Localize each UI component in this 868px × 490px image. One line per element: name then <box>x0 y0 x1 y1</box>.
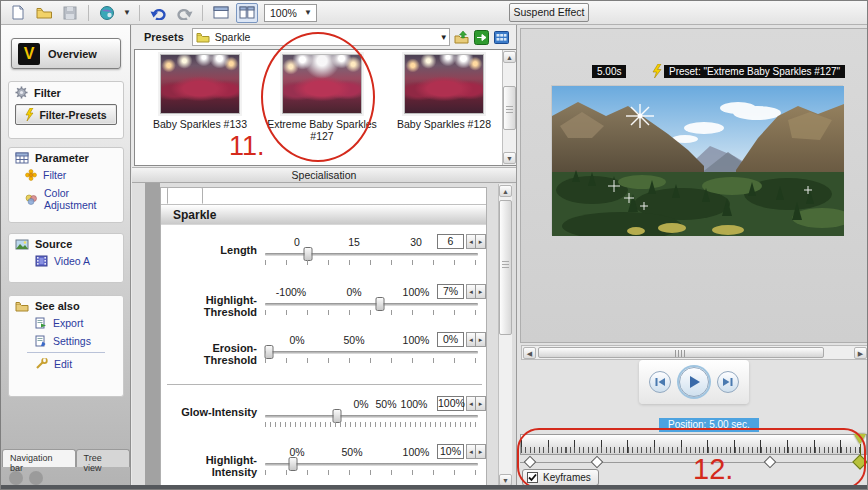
sidebar-item-color-adjustment[interactable]: Color Adjustment <box>9 184 123 214</box>
slider-value-input[interactable]: 0% <box>437 332 464 347</box>
film-icon <box>35 255 48 267</box>
play-button[interactable] <box>679 367 709 397</box>
filter-presets-button[interactable]: Filter-Presets <box>15 104 117 125</box>
scrollbar-thumb[interactable] <box>499 200 512 335</box>
scale-tick-label: 50% <box>341 446 362 458</box>
tab-navigation-bar[interactable]: Navigation bar <box>2 449 76 467</box>
parameter-section: Parameter Filter Color Adjustment <box>8 147 124 223</box>
scroll-up-icon[interactable]: ▲ <box>503 51 516 63</box>
scroll-up-icon[interactable]: ▲ <box>499 185 512 197</box>
preset-item[interactable]: Baby Sparkles #128 <box>385 54 503 130</box>
parameter-scrollbar[interactable]: ▲ ▼ <box>498 184 512 487</box>
slider-track[interactable] <box>265 351 478 354</box>
folder-up-icon <box>454 31 469 44</box>
preset-thumbnail[interactable] <box>404 54 484 114</box>
preset-overlay: Preset: "Extreme Baby Sparkles #127" <box>664 65 845 78</box>
nav-dot-button[interactable] <box>9 471 23 485</box>
timecode-overlay: 5.00s <box>592 65 626 78</box>
open-file-button[interactable] <box>33 3 55 23</box>
scrollbar-thumb[interactable] <box>538 347 824 358</box>
slider-thumb[interactable] <box>288 457 297 471</box>
source-header-label: Source <box>35 238 72 250</box>
layout-split-button[interactable] <box>236 3 258 23</box>
sidebar-item-settings[interactable]: Settings <box>9 332 123 350</box>
overview-button[interactable]: V Overview <box>11 38 121 69</box>
scroll-down-icon[interactable]: ▼ <box>503 152 516 164</box>
previous-frame-button[interactable] <box>649 371 671 393</box>
next-frame-button[interactable] <box>717 371 739 393</box>
scroll-left-icon[interactable]: ◀ <box>523 347 536 359</box>
effect-menu-button[interactable] <box>96 3 118 23</box>
slider-thumb[interactable] <box>303 247 312 261</box>
slider-label: Length <box>161 244 257 256</box>
slider-thumb[interactable] <box>333 409 342 423</box>
spinner-buttons[interactable]: ◂▸ <box>466 284 486 299</box>
app-window: ▼ 100% ▼ Suspend Effect V Overview Filte… <box>0 0 868 490</box>
flower-icon <box>25 169 37 181</box>
slider-track[interactable] <box>265 253 478 256</box>
undo-button[interactable] <box>147 3 169 23</box>
scale-tick-label: 0% <box>353 398 368 410</box>
slider-value-input[interactable]: 6 <box>437 234 464 249</box>
preset-thumbnail[interactable] <box>160 54 240 114</box>
parameter-section-header: Parameter <box>9 148 123 166</box>
preset-name: Baby Sparkles #128 <box>385 118 503 130</box>
slider-track[interactable] <box>265 463 478 466</box>
preview-horizontal-scrollbar[interactable]: ◀ ▶ <box>521 345 868 360</box>
layout-single-button[interactable] <box>210 3 232 23</box>
sidebar-item-label: Video A <box>54 255 90 267</box>
zoom-select[interactable]: 100% ▼ <box>264 4 317 22</box>
sidebar-item-filter[interactable]: Filter <box>9 166 123 184</box>
zoom-value: 100% <box>270 7 297 19</box>
save-button[interactable] <box>59 3 81 23</box>
effect-card-tab[interactable] <box>167 187 203 204</box>
nav-dot-button[interactable] <box>29 471 43 485</box>
timeline-ruler[interactable] <box>520 434 867 455</box>
scrollbar-thumb[interactable] <box>503 86 516 130</box>
slider-thumb[interactable] <box>265 345 274 359</box>
preset-item-selected[interactable]: Extreme Baby Sparkles #127 <box>263 54 381 142</box>
slider-value-input[interactable]: 7% <box>437 284 464 299</box>
keyframe-diamond[interactable] <box>524 456 537 469</box>
sidebar-item-edit[interactable]: Edit <box>9 355 123 373</box>
view-mode-button[interactable] <box>493 28 510 46</box>
slider-value-input[interactable]: 10% <box>437 444 464 459</box>
spinner-buttons[interactable]: ◂▸ <box>466 332 486 347</box>
effect-menu-caret[interactable]: ▼ <box>122 8 132 17</box>
keyframe-diamond[interactable] <box>764 456 777 469</box>
keyframes-checkbox-label: Keyframes <box>543 472 591 483</box>
spinner-buttons[interactable]: ◂▸ <box>466 444 486 459</box>
preset-list-scrollbar[interactable]: ▲ ▼ <box>502 50 516 165</box>
effect-card: Sparkle Length 0 15 30 6 ◂▸ Highlight-Th… <box>160 187 487 487</box>
undo-icon <box>150 5 167 20</box>
suspend-effect-button[interactable]: Suspend Effect <box>509 3 589 22</box>
slider-label: Glow-Intensity <box>161 406 257 418</box>
grid-view-icon <box>494 31 509 44</box>
tab-tree-view[interactable]: Tree view <box>76 449 130 467</box>
preview-panel: 5.00s Preset: "Extreme Baby Sparkles #12… <box>516 25 868 487</box>
slider-value-input[interactable]: 100% <box>437 396 464 411</box>
folder-up-button[interactable] <box>453 28 470 46</box>
keyframe-diamond[interactable] <box>590 456 603 469</box>
slider-track[interactable] <box>265 303 478 306</box>
keyframes-checkbox[interactable] <box>527 472 538 483</box>
scroll-right-icon[interactable]: ▶ <box>854 347 867 359</box>
slider-ticks <box>265 310 478 315</box>
slider-track[interactable] <box>265 415 478 418</box>
sidebar-item-export[interactable]: Export <box>9 314 123 332</box>
preset-folder-dropdown[interactable]: Sparkle ▼ <box>192 28 450 46</box>
playhead-marker[interactable] <box>854 434 866 444</box>
slider-ticks <box>265 358 478 363</box>
layout-split-icon <box>239 6 255 19</box>
spinner-buttons[interactable]: ◂▸ <box>466 234 486 249</box>
keyframe-diamond-active[interactable] <box>852 454 868 470</box>
preset-item[interactable]: Baby Sparkles #133 <box>141 54 259 130</box>
spinner-buttons[interactable]: ◂▸ <box>466 396 486 411</box>
keyframes-toggle[interactable]: Keyframes <box>522 469 599 486</box>
new-file-button[interactable] <box>7 3 29 23</box>
slider-thumb[interactable] <box>376 297 385 311</box>
preset-thumbnail[interactable] <box>282 54 362 114</box>
sidebar-item-video-a[interactable]: Video A <box>9 252 123 270</box>
redo-button[interactable] <box>173 3 195 23</box>
apply-preset-button[interactable] <box>473 28 490 46</box>
